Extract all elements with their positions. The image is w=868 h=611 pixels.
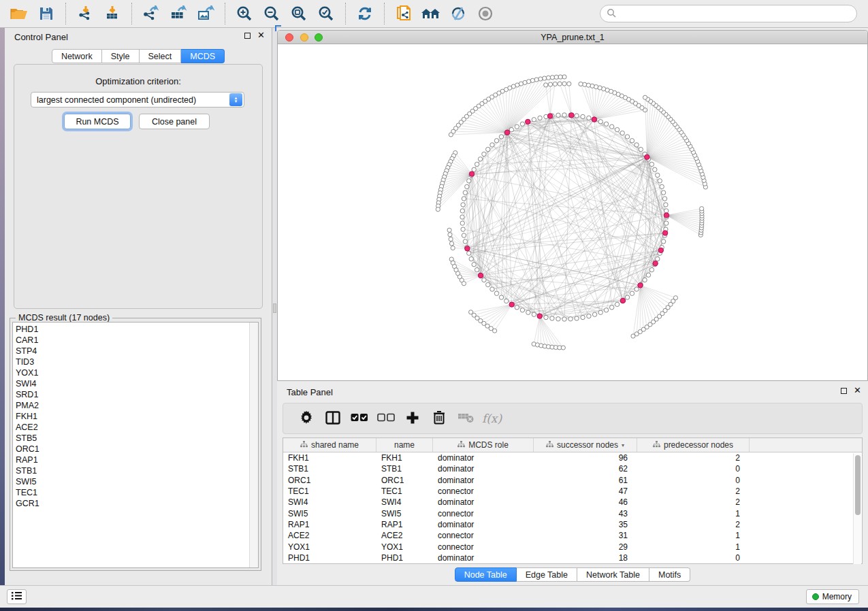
panel-splitter[interactable] xyxy=(272,28,277,585)
table-row[interactable]: SWI5SWI5connector431 xyxy=(283,508,862,518)
table-scrollbar-thumb[interactable] xyxy=(855,455,861,515)
zoom-in-button[interactable] xyxy=(231,3,258,24)
list-item[interactable]: FKH1 xyxy=(13,411,258,422)
search-box[interactable] xyxy=(600,5,857,22)
list-item[interactable]: ORC1 xyxy=(13,444,258,455)
zoom-fit-button[interactable] xyxy=(285,3,312,24)
zoom-selected-button[interactable] xyxy=(312,3,340,24)
list-item[interactable]: CAR1 xyxy=(13,335,258,346)
node-table[interactable]: shared namenameMCDS rolesuccessor nodes▾… xyxy=(283,437,863,564)
export-image-button[interactable] xyxy=(192,3,219,24)
tab-network-table[interactable]: Network Table xyxy=(577,567,649,582)
column-chooser-button[interactable] xyxy=(319,406,346,431)
delete-column-button[interactable] xyxy=(425,406,452,431)
network-view-window: YPA_prune.txt_1 xyxy=(277,30,868,381)
list-item[interactable]: SWI4 xyxy=(13,378,258,389)
add-column-button[interactable] xyxy=(399,406,425,431)
hide-selected-button[interactable] xyxy=(445,3,472,24)
tab-style[interactable]: Style xyxy=(102,49,140,63)
zoom-in-icon xyxy=(236,5,253,22)
network-canvas[interactable] xyxy=(278,44,867,380)
memory-button[interactable]: Memory xyxy=(806,589,859,604)
select-all-button[interactable] xyxy=(346,406,372,431)
table-row[interactable]: PHD1PHD1dominator180 xyxy=(283,552,862,563)
float-table-panel-icon[interactable] xyxy=(841,388,847,394)
list-item[interactable]: STB1 xyxy=(13,465,258,476)
export-table-button[interactable] xyxy=(165,3,192,24)
table-cell: connector xyxy=(433,486,534,496)
column-header-name[interactable]: name xyxy=(376,438,433,452)
column-header-predecessor-nodes[interactable]: predecessor nodes xyxy=(637,438,750,452)
list-item[interactable]: SRD1 xyxy=(13,389,258,400)
list-item[interactable]: TEC1 xyxy=(13,487,258,498)
tab-edge-table[interactable]: Edge Table xyxy=(517,567,577,582)
open-file-button[interactable] xyxy=(5,3,33,24)
table-cell: dominator xyxy=(433,497,534,507)
delete-table-button[interactable] xyxy=(452,406,479,431)
list-item[interactable]: TID3 xyxy=(13,357,258,367)
table-cell: PHD1 xyxy=(283,553,376,563)
list-item[interactable]: PHD1 xyxy=(13,324,258,335)
tab-node-table[interactable]: Node Table xyxy=(455,567,517,582)
table-settings-button[interactable] xyxy=(293,406,319,431)
table-row[interactable]: FKH1FKH1dominator962 xyxy=(283,452,862,463)
table-cell: connector xyxy=(433,542,534,552)
tab-motifs[interactable]: Motifs xyxy=(649,567,690,582)
deselect-all-button[interactable] xyxy=(372,406,399,431)
table-cell: 2 xyxy=(637,497,750,507)
show-selected-button[interactable] xyxy=(472,3,499,24)
close-panel-icon[interactable]: ✕ xyxy=(257,32,265,39)
table-panel-title: Table Panel xyxy=(287,387,333,397)
list-item[interactable]: ACE2 xyxy=(13,422,258,433)
table-row[interactable]: STB1STB1dominator620 xyxy=(283,463,862,474)
table-row[interactable]: SWI4SWI4dominator462 xyxy=(283,497,862,508)
import-table-button[interactable] xyxy=(99,3,126,24)
table-row[interactable]: TEC1TEC1connector472 xyxy=(283,486,862,497)
search-input[interactable] xyxy=(616,7,856,20)
close-panel-button[interactable]: Close panel xyxy=(139,114,210,129)
mcds-result-list[interactable]: PHD1CAR1STP4TID3YOX1SWI4SRD1PMA2FKH1ACE2… xyxy=(12,322,259,568)
list-item[interactable]: STP4 xyxy=(13,346,258,357)
tab-mcds[interactable]: MCDS xyxy=(181,49,225,63)
column-label: successor nodes xyxy=(557,440,618,450)
splitter-handle[interactable] xyxy=(273,303,276,313)
close-table-panel-icon[interactable]: ✕ xyxy=(854,387,861,394)
function-builder-button[interactable]: f(x) xyxy=(479,406,505,431)
show-all-button[interactable] xyxy=(417,3,445,24)
column-header-shared-name[interactable]: shared name xyxy=(283,438,376,452)
column-header-successor-nodes[interactable]: successor nodes▾ xyxy=(534,438,637,452)
table-cell: 62 xyxy=(534,464,637,474)
network-window-titlebar[interactable]: YPA_prune.txt_1 xyxy=(278,31,867,44)
criterion-dropdown[interactable]: largest connected component (undirected)… xyxy=(31,92,244,108)
table-scrollbar[interactable] xyxy=(853,453,861,564)
run-mcds-button[interactable]: Run MCDS xyxy=(64,114,131,129)
float-panel-icon[interactable] xyxy=(244,33,251,39)
list-item[interactable]: RAP1 xyxy=(13,455,258,465)
table-cell: ORC1 xyxy=(376,476,433,485)
table-row[interactable]: ACE2ACE2connector311 xyxy=(283,530,862,541)
list-item[interactable]: SWI5 xyxy=(13,476,258,487)
column-header-MCDS-role[interactable]: MCDS role xyxy=(433,438,534,452)
list-item[interactable]: YOX1 xyxy=(13,367,258,378)
table-row[interactable]: YOX1YOX1connector291 xyxy=(283,541,862,552)
task-history-button[interactable] xyxy=(7,589,27,604)
clone-network-button[interactable] xyxy=(390,3,417,24)
tab-select[interactable]: Select xyxy=(140,49,182,63)
table-row[interactable]: ORC1ORC1dominator610 xyxy=(283,475,862,486)
table-row[interactable]: RAP1RAP1dominator352 xyxy=(283,519,862,530)
refresh-icon xyxy=(357,5,373,22)
save-button[interactable] xyxy=(33,3,60,24)
mcds-list-scrollbar[interactable] xyxy=(249,323,258,567)
mcds-result-title: MCDS result (17 nodes) xyxy=(16,313,112,323)
tab-network[interactable]: Network xyxy=(52,49,102,63)
list-item[interactable]: STB5 xyxy=(13,433,258,444)
export-network-button[interactable] xyxy=(138,3,165,24)
list-item[interactable]: GCR1 xyxy=(13,498,258,509)
list-icon xyxy=(12,591,22,602)
list-item[interactable]: PMA2 xyxy=(13,400,258,411)
table-cell: 0 xyxy=(637,476,750,485)
import-network-button[interactable] xyxy=(71,3,99,24)
zoom-out-button[interactable] xyxy=(258,3,285,24)
zoom-selected-icon xyxy=(318,5,334,22)
refresh-button[interactable] xyxy=(351,3,379,24)
